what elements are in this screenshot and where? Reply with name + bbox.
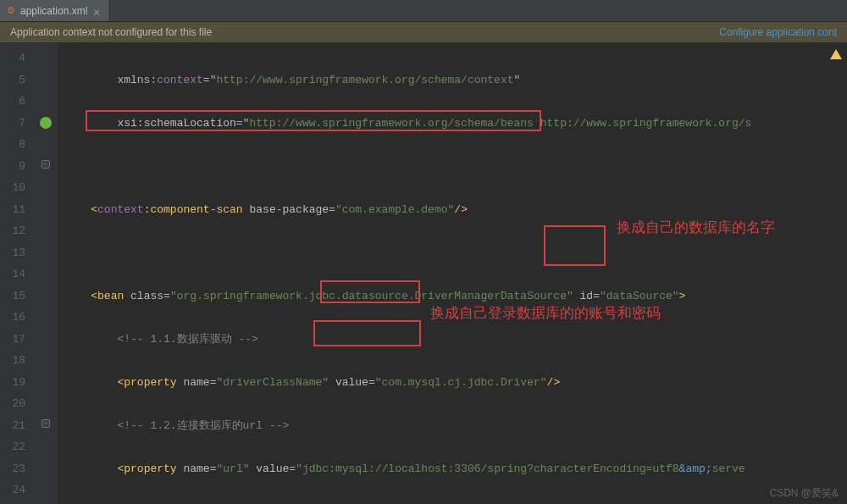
file-tab-label: application.xml <box>20 5 87 17</box>
file-tab-application-xml[interactable]: ⚙ application.xml ✕ <box>0 0 110 21</box>
line-number: 4 <box>0 47 36 69</box>
configure-context-link[interactable]: Configure application cont <box>719 26 837 38</box>
spring-bean-icon[interactable] <box>40 117 52 129</box>
notice-text: Application context not configured for t… <box>10 26 212 38</box>
line-number: 13 <box>0 242 36 264</box>
line-number: 20 <box>0 393 36 415</box>
line-number-gutter: 456789101112131415161718192021222324 <box>0 42 36 504</box>
watermark: CSDN @爱笑& <box>769 486 839 501</box>
fold-icon[interactable]: − <box>42 419 50 428</box>
gutter-icons: − − <box>36 42 58 504</box>
close-tab-icon[interactable]: ✕ <box>92 7 101 15</box>
line-number: 22 <box>0 436 36 458</box>
line-number: 11 <box>0 199 36 221</box>
line-number: 17 <box>0 329 36 351</box>
editor-tab-bar: ⚙ application.xml ✕ <box>0 0 847 22</box>
line-number: 19 <box>0 372 36 394</box>
xml-file-icon: ⚙ <box>7 5 15 16</box>
line-number: 24 <box>0 479 36 501</box>
code-area[interactable]: xmlns:context="http://www.springframewor… <box>58 42 751 504</box>
line-number: 14 <box>0 263 36 285</box>
line-number: 12 <box>0 220 36 242</box>
line-number: 9 <box>0 156 36 178</box>
line-number: 10 <box>0 177 36 199</box>
line-number: 15 <box>0 285 36 307</box>
line-number: 23 <box>0 458 36 480</box>
line-number: 8 <box>0 134 36 156</box>
line-number: 16 <box>0 307 36 329</box>
line-number: 5 <box>0 69 36 91</box>
line-number: 21 <box>0 415 36 437</box>
warning-icon[interactable] <box>830 49 842 59</box>
line-number: 7 <box>0 113 36 135</box>
context-config-notice: Application context not configured for t… <box>0 22 847 42</box>
fold-icon[interactable]: − <box>42 160 50 169</box>
line-number: 18 <box>0 350 36 372</box>
line-number: 6 <box>0 91 36 113</box>
code-editor[interactable]: 456789101112131415161718192021222324 − −… <box>0 42 847 504</box>
